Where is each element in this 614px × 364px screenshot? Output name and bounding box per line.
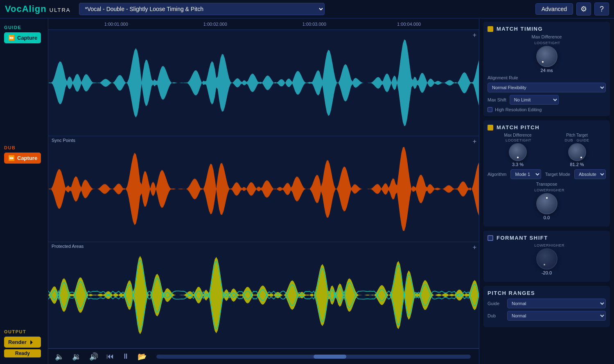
pitch-dub-label: DUB (565, 138, 573, 142)
settings-button[interactable]: ⚙ (576, 2, 591, 16)
topbar: VocAlign ULTRA *Vocal - Double - Slightl… (0, 0, 614, 18)
pitch-maxdiff-knob[interactable] (509, 143, 527, 161)
match-timing-header: MATCH TIMING (488, 26, 606, 32)
pitch-target-value: 81.2 % (570, 162, 584, 167)
logo-ultra: ULTRA (50, 7, 71, 13)
alignment-rule-row: Alignment Rule (488, 75, 606, 80)
transpose-knob-row: LOWER HIGHER 0.0 (488, 188, 606, 220)
volume-mid-button[interactable]: 🔉 (70, 351, 84, 362)
output-panel-label: Protected Areas (52, 244, 84, 249)
output-expand-button[interactable]: + (473, 244, 476, 251)
pitch-target-knob[interactable] (568, 143, 586, 161)
dub-capture-icon: ⏩ (8, 155, 15, 161)
help-button[interactable]: ? (594, 2, 609, 16)
dub-label: DUB (4, 145, 44, 150)
capture-icon: ⏩ (8, 35, 15, 41)
dub-section: DUB ⏩ Capture (0, 139, 48, 166)
transpose-knob[interactable] (536, 193, 558, 214)
pitch-target-label: Pitch Target (566, 133, 588, 137)
transpose-labels: LOWER HIGHER (535, 188, 559, 192)
lower-label: LOWER (535, 188, 549, 192)
guide-range-label: Guide (488, 301, 504, 306)
advanced-button[interactable]: Advanced (535, 3, 573, 15)
max-diff-label: Max Difference (488, 34, 606, 39)
match-timing-label: MATCH TIMING (497, 26, 543, 32)
output-section: OUTPUT Render ⏵ Ready (0, 324, 48, 364)
match-timing-checkbox[interactable] (488, 26, 493, 32)
algorithm-label: Algorithm (488, 172, 506, 177)
formant-labels: LOWER HIGHER (535, 243, 559, 247)
pitch-knob-labels1: LOOSE TIGHT (506, 138, 530, 142)
output-waveform (48, 242, 479, 348)
guide-wave-panel: + (48, 30, 479, 136)
guide-capture-button[interactable]: ⏩ Capture (4, 32, 41, 43)
skip-back-button[interactable]: ⏮ (104, 351, 116, 362)
guide-section: GUIDE ⏩ Capture (0, 18, 48, 45)
formant-shift-header: FORMANT SHIFT (488, 235, 606, 241)
timing-loose-label: LOOSE (535, 41, 549, 45)
dub-capture-button[interactable]: ⏩ Capture (4, 153, 41, 164)
match-pitch-header: MATCH PITCH (488, 124, 606, 130)
alignment-rule-select[interactable]: Normal Flexibility (488, 83, 606, 92)
formant-knob-row: LOWER HIGHER -20.0 (488, 243, 606, 275)
formant-lower-label: LOWER (535, 243, 549, 247)
transpose-label: Transpose (488, 182, 606, 186)
guide-label: GUIDE (4, 25, 44, 30)
guide-waveform (48, 30, 479, 136)
pitch-ranges-header: PITCH RANGES (488, 290, 606, 296)
sidebar: GUIDE ⏩ Capture DUB ⏩ Capture OUTPUT Ren… (0, 18, 48, 364)
guide-range-row: Guide Normal (488, 299, 606, 308)
pitch-ranges-section: PITCH RANGES Guide Normal Dub Normal (483, 286, 610, 327)
hres-label: High Resolution Editing (495, 107, 542, 112)
pitch-algo-row: Algorithm Mode 1 Target Mode Absolute (488, 169, 606, 179)
dub-expand-button[interactable]: + (473, 138, 476, 145)
timeline-tick-2: 1:00:02.000 (203, 22, 227, 27)
preset-select[interactable]: *Vocal - Double - Slightly Loose Timing … (79, 3, 325, 15)
dub-range-row: Dub Normal (488, 311, 606, 321)
volume-high-button[interactable]: 🔊 (87, 351, 101, 362)
timing-tight-label: TIGHT (548, 41, 560, 45)
pitch-knob-row: Max Difference LOOSE TIGHT 3.3 % Pitch T… (488, 133, 606, 167)
dub-waveform (48, 136, 479, 242)
timing-knob[interactable] (536, 46, 558, 67)
mute-button[interactable]: 🔈 (52, 351, 66, 362)
max-shift-row: Max Shift No Limit (488, 95, 606, 105)
topbar-right: Advanced ⚙ ? (535, 2, 609, 16)
render-icon: ⏵ (29, 339, 34, 345)
dub-panel-label: Sync Points (52, 138, 75, 143)
main-layout: GUIDE ⏩ Capture DUB ⏩ Capture OUTPUT Ren… (0, 18, 614, 364)
output-wave-panel: Protected Areas + (48, 242, 479, 348)
higher-label: HIGHER (549, 188, 564, 192)
pitch-loose-label: LOOSE (506, 138, 519, 142)
formant-shift-label: FORMANT SHIFT (497, 235, 548, 241)
dub-range-select[interactable]: Normal (507, 311, 606, 321)
transpose-knob-container: LOWER HIGHER 0.0 (535, 188, 559, 220)
pitch-guide-label: GUIDE (576, 138, 589, 142)
render-button[interactable]: Render ⏵ (4, 337, 41, 348)
formant-shift-section: FORMANT SHIFT LOWER HIGHER -20.0 (483, 231, 610, 282)
guide-expand-button[interactable]: + (473, 31, 476, 39)
max-shift-select[interactable]: No Limit (510, 95, 559, 105)
dub-range-label: Dub (488, 313, 504, 318)
scrollbar-thumb[interactable] (314, 355, 346, 359)
scrollbar[interactable] (156, 355, 471, 359)
formant-shift-checkbox[interactable] (488, 235, 493, 241)
formant-value: -20.0 (542, 270, 552, 275)
formant-knob[interactable] (536, 248, 558, 270)
load-button[interactable]: 📂 (135, 351, 149, 362)
guide-range-select[interactable]: Normal (507, 299, 606, 308)
timeline-tick-3: 1:00:03.000 (302, 22, 326, 27)
output-label: OUTPUT (4, 329, 44, 334)
target-mode-select[interactable]: Absolute (574, 169, 606, 179)
logo-vocalign: VocAlign (5, 4, 47, 14)
timing-knob-labels: LOOSE TIGHT (535, 41, 559, 45)
formant-knob-container: LOWER HIGHER -20.0 (535, 243, 559, 275)
pitch-maxdiff-value: 3.3 % (512, 162, 524, 167)
algorithm-select[interactable]: Mode 1 (510, 169, 541, 179)
ready-badge: Ready (4, 349, 41, 357)
hres-checkbox[interactable] (488, 107, 492, 112)
match-pitch-checkbox[interactable] (488, 125, 493, 130)
pause-button[interactable]: ⏸ (120, 351, 132, 362)
formant-higher-label: HIGHER (549, 243, 564, 247)
pitch-target-knob-container: Pitch Target DUB GUIDE 81.2 % (565, 133, 589, 167)
